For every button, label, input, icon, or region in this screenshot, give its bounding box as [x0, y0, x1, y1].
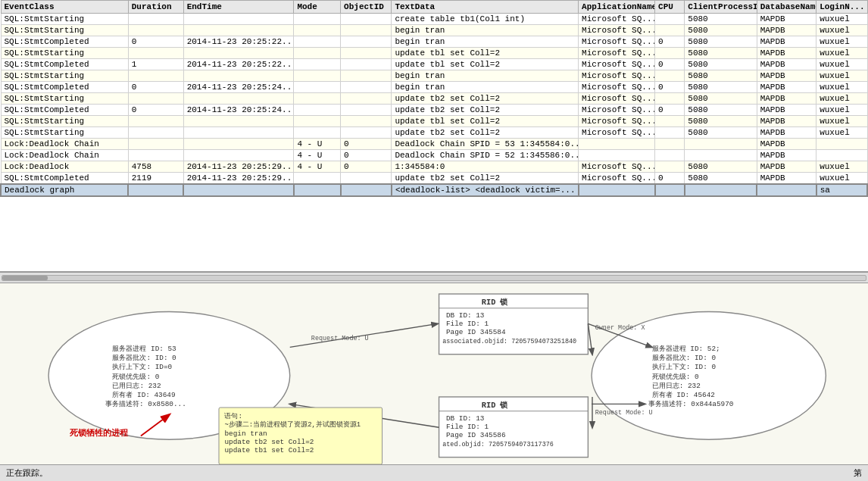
col-header-mode[interactable]: Mode [294, 1, 341, 14]
table-cell-eventclass: SQL:StmtCompleted [1, 105, 128, 116]
table-cell-login: wuxuel [816, 25, 867, 36]
table-cell-textdata: create table tb1(Col1 int) [392, 14, 579, 25]
table-row[interactable]: SQL:StmtStartingupdate tb2 set Coll=2Mic… [1, 127, 867, 139]
svg-text:ated.objid: 72057594073117376: ated.objid: 72057594073117376 [442, 441, 554, 448]
table-row[interactable]: Lock:Deadlock47582014-11-23 20:25:29...4… [1, 161, 867, 173]
table-cell-textdata: Deadlock Chain SPID = 53 1:345584:0... [392, 139, 579, 150]
svg-text:服务器进程 ID: 52;: 服务器进程 ID: 52; [652, 345, 720, 353]
svg-text:Page ID 345584: Page ID 345584 [446, 328, 506, 336]
table-cell-objectid: 0 [341, 161, 392, 173]
table-cell-eventclass: SQL:StmtCompleted [1, 36, 128, 48]
table-cell-appname: Microsoft SQ... [579, 127, 655, 139]
table-row[interactable]: SQL:StmtCompleted02014-11-23 20:25:22...… [1, 36, 867, 48]
col-header-textdata[interactable]: TextData [392, 1, 579, 14]
table-cell-clientpid: 5080 [685, 173, 757, 185]
table-cell-endtime [183, 184, 294, 196]
table-cell-dbname: MAPDB [757, 70, 816, 82]
table-cell-cpu [655, 93, 685, 105]
table-cell-appname: Microsoft SQ... [579, 105, 655, 116]
status-right: 第 [854, 467, 862, 479]
table-cell-clientpid: 5080 [685, 82, 757, 93]
table-cell-eventclass: SQL:StmtCompleted [1, 173, 128, 185]
table-row[interactable]: SQL:StmtStartingbegin tranMicrosoft SQ..… [1, 70, 867, 82]
table-row[interactable]: SQL:StmtStartingbegin tranMicrosoft SQ..… [1, 25, 867, 36]
table-cell-cpu [655, 116, 685, 127]
table-cell-clientpid: 5080 [685, 48, 757, 59]
col-header-appname[interactable]: ApplicationName [579, 1, 655, 14]
table-cell-endtime: 2014-11-23 20:25:29... [183, 173, 294, 185]
table-cell-appname: Microsoft SQ... [579, 161, 655, 173]
table-cell-objectid [341, 48, 392, 59]
table-row[interactable]: SQL:StmtCompleted02014-11-23 20:25:24...… [1, 105, 867, 116]
table-cell-textdata: update tbl set Coll=2 [392, 116, 579, 127]
table-cell-eventclass: SQL:StmtStarting [1, 48, 128, 59]
horizontal-scrollbar[interactable] [0, 273, 868, 283]
table-cell-objectid [341, 173, 392, 185]
col-header-dbname[interactable]: DatabaseName [757, 1, 816, 14]
table-cell-appname [579, 150, 655, 161]
table-row[interactable]: SQL:StmtStartingcreate table tb1(Col1 in… [1, 14, 867, 25]
table-cell-mode [294, 59, 341, 70]
col-header-cpu[interactable]: CPU [655, 1, 685, 14]
table-row[interactable]: Lock:Deadlock Chain4 - U0Deadlock Chain … [1, 150, 867, 161]
col-header-endtime[interactable]: EndTime [183, 1, 294, 14]
table-row[interactable]: SQL:StmtStartingupdate tbl set Coll=2Mic… [1, 116, 867, 127]
svg-text:File ID: 1: File ID: 1 [446, 423, 489, 431]
table-row[interactable]: SQL:StmtCompleted02014-11-23 20:25:24...… [1, 82, 867, 93]
table-cell-appname: Microsoft SQ... [579, 82, 655, 93]
svg-text:RID 锁: RID 锁 [482, 298, 509, 307]
table-cell-objectid [341, 127, 392, 139]
table-cell-clientpid: 5080 [685, 59, 757, 70]
status-left: 正在跟踪。 [6, 467, 48, 479]
scrollbar-track[interactable] [2, 275, 866, 281]
table-cell-objectid [341, 25, 392, 36]
main-container: EventClass Duration EndTime Mode ObjectI… [0, 0, 868, 481]
table-cell-dbname: MAPDB [757, 161, 816, 173]
data-table: EventClass Duration EndTime Mode ObjectI… [0, 0, 868, 197]
table-cell-clientpid: 5080 [685, 25, 757, 36]
table-cell-dbname: MAPDB [757, 48, 816, 59]
svg-text:~步骤二:当前进程锁了资源2,并试图锁资源1: ~步骤二:当前进程锁了资源2,并试图锁资源1 [225, 420, 361, 429]
table-cell-textdata: update tb2 set Coll=2 [392, 127, 579, 139]
table-cell-objectid [341, 184, 392, 196]
table-cell-mode [294, 93, 341, 105]
table-cell-duration [128, 25, 183, 36]
table-cell-cpu [655, 150, 685, 161]
table-row[interactable]: Deadlock graph<deadlock-list> <deadlock … [1, 184, 867, 196]
table-cell-eventclass: SQL:StmtStarting [1, 127, 128, 139]
table-row[interactable]: SQL:StmtStartingupdate tb2 set Coll=2Mic… [1, 93, 867, 105]
table-row[interactable]: SQL:StmtStartingupdate tbl set Coll=2Mic… [1, 48, 867, 59]
svg-text:服务器批次: ID: 0: 服务器批次: ID: 0 [112, 354, 176, 362]
table-cell-clientpid: 5080 [685, 14, 757, 25]
table-row[interactable]: SQL:StmtCompleted12014-11-23 20:25:22...… [1, 59, 867, 70]
table-cell-login: wuxuel [816, 70, 867, 82]
table-cell-login: wuxuel [816, 48, 867, 59]
svg-text:DB ID: 13: DB ID: 13 [446, 311, 485, 320]
table-cell-clientpid [685, 139, 757, 150]
table-cell-mode [294, 14, 341, 25]
table-cell-clientpid: 5080 [685, 127, 757, 139]
table-row[interactable]: SQL:StmtCompleted21192014-11-23 20:25:29… [1, 173, 867, 185]
deadlock-diagram: 服务器进程 ID: 53 服务器批次: ID: 0 执行上下文: ID=0 死锁… [0, 283, 868, 464]
table-cell-duration: 0 [128, 36, 183, 48]
svg-text:服务器进程 ID: 53: 服务器进程 ID: 53 [112, 345, 176, 353]
col-header-login[interactable]: LoginN... [816, 1, 867, 14]
table-cell-mode: 4 - U [294, 139, 341, 150]
col-header-clientpid[interactable]: ClientProcessID [685, 1, 757, 14]
col-header-objectid[interactable]: ObjectID [341, 1, 392, 14]
table-cell-eventclass: Deadlock graph [1, 184, 128, 196]
table-row[interactable]: Lock:Deadlock Chain4 - U0Deadlock Chain … [1, 139, 867, 150]
table-cell-endtime: 2014-11-23 20:25:22... [183, 36, 294, 48]
scrollbar-thumb[interactable] [2, 276, 48, 280]
table-cell-appname [579, 184, 655, 196]
col-header-eventclass[interactable]: EventClass [1, 1, 128, 14]
col-header-duration[interactable]: Duration [128, 1, 183, 14]
svg-text:update tb2 set Coll=2: update tb2 set Coll=2 [225, 438, 314, 446]
table-cell-endtime [183, 93, 294, 105]
table-cell-mode: 4 - U [294, 150, 341, 161]
table-cell-duration: 4758 [128, 161, 183, 173]
table-cell-mode [294, 70, 341, 82]
table-cell-objectid [341, 70, 392, 82]
svg-text:update tb1 set Coll=2: update tb1 set Coll=2 [225, 446, 314, 454]
table-cell-mode [294, 82, 341, 93]
